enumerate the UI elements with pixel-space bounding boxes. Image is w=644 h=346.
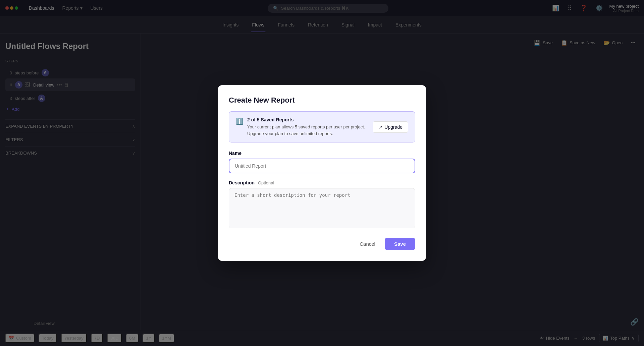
upgrade-button[interactable]: ↗ Upgrade	[373, 121, 408, 133]
info-banner: ℹ️ 2 of 5 Saved Reports Your current pla…	[229, 111, 415, 142]
info-icon: ℹ️	[236, 118, 243, 125]
info-banner-left: ℹ️ 2 of 5 Saved Reports Your current pla…	[236, 117, 373, 137]
cancel-button[interactable]: Cancel	[354, 238, 381, 250]
optional-label: Optional	[258, 180, 274, 185]
name-input[interactable]	[229, 159, 415, 173]
info-desc: Your current plan allows 5 saved reports…	[247, 124, 373, 137]
info-title: 2 of 5 Saved Reports	[247, 117, 373, 122]
upgrade-label: Upgrade	[384, 124, 402, 130]
modal-footer: Cancel Save	[229, 238, 415, 250]
modal-overlay[interactable]: Create New Report ℹ️ 2 of 5 Saved Report…	[0, 0, 644, 346]
description-textarea[interactable]	[229, 188, 415, 228]
name-field-label: Name	[229, 151, 415, 156]
desc-field-label: Description Optional	[229, 180, 415, 185]
modal-title: Create New Report	[229, 96, 415, 105]
modal-save-button[interactable]: Save	[385, 238, 415, 250]
external-link-icon: ↗	[378, 124, 382, 130]
create-report-modal: Create New Report ℹ️ 2 of 5 Saved Report…	[218, 85, 426, 261]
